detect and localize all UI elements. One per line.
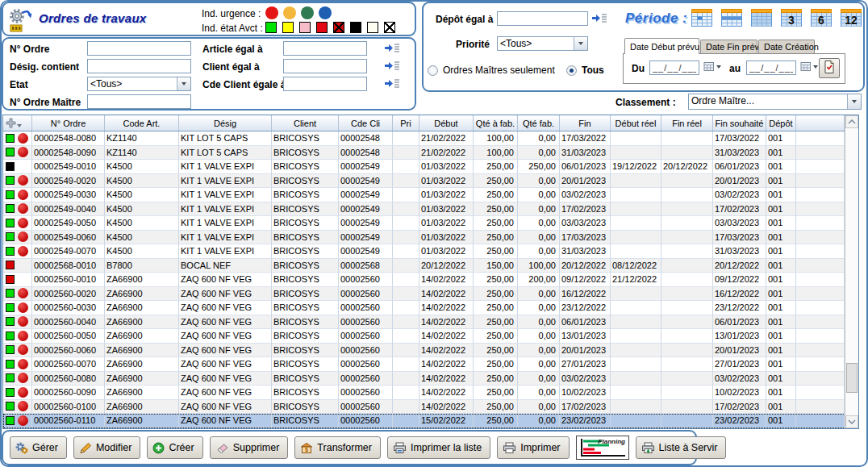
radio-icon[interactable]	[428, 65, 438, 76]
manage-button[interactable]: Gérer	[10, 436, 67, 459]
table-row[interactable]: 00002549-0030K4500KIT 1 VALVE EXPIBRICOS…	[3, 188, 858, 202]
table-row[interactable]: 00002560-0050ZA66900ZAQ 600 NF VEGBRICOS…	[3, 329, 858, 344]
period-day-button[interactable]	[691, 7, 713, 28]
date-to-calendar-button[interactable]	[800, 61, 818, 72]
transform-label: Transformer	[317, 442, 372, 453]
column-header[interactable]: Pri	[393, 115, 419, 131]
serve-list-button[interactable]: Liste à Servir	[636, 436, 727, 459]
cell-debr	[611, 315, 661, 330]
chevron-down-icon[interactable]	[847, 94, 861, 109]
period-12-months-button[interactable]: 12	[840, 7, 862, 28]
column-header[interactable]: Début	[419, 115, 474, 131]
period-week-button[interactable]	[720, 7, 743, 28]
column-header[interactable]: Fin	[560, 115, 611, 131]
cell-art: KZ1140	[105, 146, 179, 161]
print-button[interactable]: Imprimer	[497, 436, 569, 459]
scroll-up-icon[interactable]	[845, 115, 858, 128]
client-lookup-button[interactable]	[384, 60, 400, 73]
cell-depot: 001	[766, 372, 796, 386]
table-row[interactable]: 00002549-0010K4500KIT 1 VALVE EXPIBRICOS…	[3, 160, 858, 174]
tab-date-début-prévu[interactable]: Date Début prévu	[624, 38, 699, 54]
table-row[interactable]: 00002560-0030ZA66900ZAQ 600 NF VEGBRICOS…	[3, 301, 858, 315]
all-orders-radio[interactable]: Tous	[566, 65, 604, 76]
row-status-icons	[3, 216, 32, 231]
table-row[interactable]: 00002560-0060ZA66900ZAQ 600 NF VEGBRICOS…	[3, 344, 858, 358]
cell-art: K4500	[105, 188, 179, 202]
column-header[interactable]: Fin souhaité	[713, 115, 766, 131]
cell-cde: 00002560	[339, 301, 393, 315]
radio-selected-icon[interactable]	[566, 65, 577, 76]
table-row[interactable]: 00002549-0050K4500KIT 1 VALVE EXPIBRICOS…	[3, 216, 858, 231]
table-row[interactable]: 00002548-0090KZ1140KIT LOT 5 CAPSBRICOSY…	[3, 146, 858, 161]
column-header[interactable]: Début réel	[611, 115, 661, 131]
cell-debut: 01/03/2022	[419, 202, 474, 217]
clear-dates-button[interactable]	[819, 58, 840, 78]
table-row[interactable]: 00002549-0070K4500KIT 1 VALVE EXPIBRICOS…	[3, 244, 858, 259]
urgency-dot-icon	[18, 218, 28, 228]
column-header[interactable]: Cde Cli	[339, 115, 393, 131]
cell-pri	[393, 273, 419, 287]
transform-button[interactable]: $ Transformer	[294, 436, 381, 459]
modify-button[interactable]: Modifier	[73, 436, 140, 459]
period-month-button[interactable]	[750, 7, 773, 28]
period-3-months-button[interactable]: 3	[780, 7, 803, 28]
scroll-down-icon[interactable]	[845, 415, 858, 428]
scrollbar-thumb[interactable]	[846, 363, 858, 393]
chevron-down-icon[interactable]	[177, 77, 190, 90]
date-from-calendar-button[interactable]	[703, 61, 721, 72]
column-chooser-button[interactable]	[3, 115, 32, 131]
table-row[interactable]: 00002560-0080ZA66900ZAQ 600 NF VEGBRICOS…	[3, 372, 858, 386]
column-header[interactable]: Qté fab.	[518, 115, 560, 131]
order-number-input[interactable]	[87, 41, 191, 56]
shop-icon: $	[300, 442, 313, 454]
designation-contains-input[interactable]	[87, 59, 191, 73]
cell-fins: 27/01/2023	[713, 357, 766, 372]
table-row[interactable]: 00002560-0090ZA66900ZAQ 600 NF VEGBRICOS…	[3, 386, 858, 400]
column-header[interactable]: Code Art.	[105, 115, 179, 131]
column-header[interactable]: Désig	[179, 115, 272, 131]
print-list-button[interactable]: Imprimer la liste	[387, 436, 490, 459]
table-row[interactable]: 00002560-0070ZA66900ZAQ 600 NF VEGBRICOS…	[3, 357, 858, 372]
column-header[interactable]: Fin réel	[661, 115, 713, 131]
date-to-input[interactable]	[746, 60, 796, 75]
table-row[interactable]: 00002560-0020ZA66900ZAQ 600 NF VEGBRICOS…	[3, 287, 858, 302]
state-select[interactable]: <Tous>	[87, 77, 191, 91]
article-equals-input[interactable]	[283, 41, 367, 56]
table-row[interactable]: 00002549-0020K4500KIT 1 VALVE EXPIBRICOS…	[3, 174, 858, 189]
depot-lookup-button[interactable]	[591, 12, 607, 25]
depot-equals-input[interactable]	[497, 11, 588, 26]
vertical-scrollbar[interactable]	[845, 115, 858, 428]
chevron-down-icon[interactable]	[574, 37, 587, 50]
table-row[interactable]: 00002548-0080KZ1140KIT LOT 5 CAPSBRICOSY…	[3, 131, 858, 146]
period-6-months-button[interactable]: 6	[810, 7, 833, 28]
tab-date-création[interactable]: Date Création	[758, 40, 815, 54]
master-order-number-input[interactable]	[87, 94, 191, 109]
client-equals-input[interactable]	[283, 59, 367, 73]
table-row[interactable]: 00002560-0010ZA66900ZAQ 600 NF VEGBRICOS…	[3, 273, 858, 287]
column-header[interactable]: Qté à fab.	[474, 115, 518, 131]
create-button[interactable]: Créer	[147, 436, 202, 459]
date-from-input[interactable]	[649, 60, 699, 75]
client-order-lookup-button[interactable]	[384, 77, 400, 90]
cell-fins: 23/12/2022	[713, 301, 766, 315]
print-list-label: Imprimer la liste	[411, 442, 482, 453]
priority-select[interactable]: <Tous>	[497, 36, 588, 51]
cell-fins: 17/02/2023	[713, 400, 766, 415]
sort-select[interactable]: Ordre Maître...	[688, 94, 862, 110]
table-row[interactable]: 00002549-0040K4500KIT 1 VALVE EXPIBRICOS…	[3, 202, 858, 217]
delete-button[interactable]: Supprimer	[210, 436, 289, 459]
client-order-equals-input[interactable]	[283, 77, 367, 91]
planning-button[interactable]: Planning	[576, 436, 629, 460]
column-header[interactable]: Dépôt	[766, 115, 796, 131]
master-orders-only-radio[interactable]: Ordres Maîtres seulement	[428, 65, 555, 76]
tab-date-fin-prévu[interactable]: Date Fin prévu	[700, 40, 757, 54]
table-row[interactable]: 00002560-0110ZA66900ZAQ 600 NF VEGBRICOS…	[3, 414, 858, 428]
table-row[interactable]: 00002560-0040ZA66900ZAQ 600 NF VEGBRICOS…	[3, 315, 858, 330]
table-row[interactable]: 00002568-0010B7800BOCAL NEFBRICOSYS00002…	[3, 259, 858, 273]
table-row[interactable]: 00002560-0100ZA66900ZAQ 600 NF VEGBRICOS…	[3, 400, 858, 415]
cell-depot: 001	[766, 259, 796, 273]
article-lookup-button[interactable]	[384, 42, 400, 55]
column-header[interactable]: Client	[272, 115, 339, 131]
table-row[interactable]: 00002549-0060K4500KIT 1 VALVE EXPIBRICOS…	[3, 231, 858, 245]
column-header[interactable]: N° Ordre	[32, 115, 105, 131]
